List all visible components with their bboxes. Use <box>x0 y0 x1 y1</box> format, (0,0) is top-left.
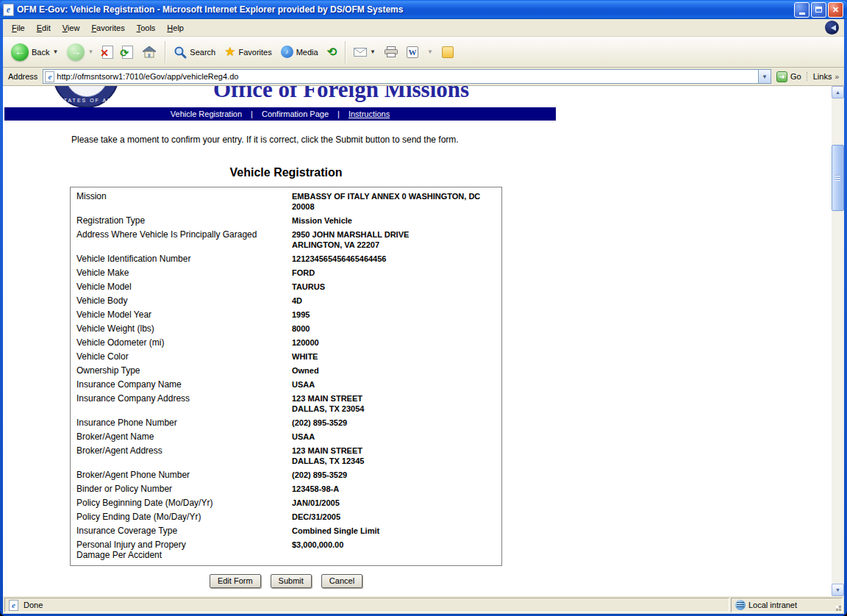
field-label: Insurance Company Name <box>76 379 288 390</box>
history-button[interactable]: ⟲ <box>324 43 340 61</box>
search-button-label: Search <box>190 48 215 57</box>
field-label: Mission <box>76 191 288 212</box>
menu-file[interactable]: File <box>6 21 31 35</box>
table-row: Ownership TypeOwned <box>71 364 501 378</box>
go-button-label: Go <box>790 72 801 81</box>
history-icon: ⟲ <box>327 45 337 59</box>
field-label: Vehicle Identification Number <box>76 254 288 264</box>
page-title: Vehicle Registration <box>70 166 502 179</box>
refresh-button[interactable]: ⟳ <box>118 43 137 61</box>
seal-text: STATES OF AM <box>54 98 118 103</box>
field-value: Mission Vehicle <box>288 215 496 226</box>
search-button[interactable]: Search <box>170 43 219 61</box>
print-button[interactable] <box>381 44 401 60</box>
table-row: Binder or Policy Number123458-98-A <box>71 482 501 496</box>
back-button[interactable]: ← Back ▼ <box>7 41 62 63</box>
menu-bar-items: FileEditViewFavoritesToolsHelp <box>6 21 825 35</box>
field-value: $3,000,000.00 <box>288 540 496 560</box>
field-label: Vehicle Odometer (mi) <box>76 337 288 348</box>
field-label: Vehicle Weight (lbs) <box>76 323 288 334</box>
table-row: Insurance Phone Number(202) 895-3529 <box>71 416 501 430</box>
media-button[interactable]: ♪ Media <box>277 43 322 60</box>
field-value: 121234565456465464456 <box>288 254 496 264</box>
field-label: Broker/Agent Phone Number <box>76 470 288 480</box>
table-row: Vehicle Body4D <box>71 294 501 308</box>
nav-item-vehicle-registration[interactable]: Vehicle Registration <box>171 110 242 118</box>
nav-separator: | <box>337 110 340 118</box>
media-button-label: Media <box>296 48 318 57</box>
home-button[interactable] <box>138 43 160 60</box>
close-button[interactable]: ✕ <box>828 2 843 18</box>
word-icon: W <box>407 46 418 58</box>
links-bar[interactable]: Links » <box>807 72 842 81</box>
field-value: Owned <box>288 365 496 376</box>
restore-button[interactable] <box>811 2 826 18</box>
field-label: Vehicle Model Year <box>76 309 288 320</box>
field-label: Insurance Company Address <box>76 393 288 414</box>
mail-dropdown-icon[interactable]: ▼ <box>370 49 376 55</box>
refresh-icon: ⟳ <box>122 46 133 59</box>
links-label: Links <box>813 72 832 81</box>
button-edit-form[interactable]: Edit Form <box>210 574 261 588</box>
table-row: Policy Beginning Date (Mo/Day/Yr)JAN/01/… <box>71 496 501 510</box>
address-input[interactable]: e http://ofmsntsorw1:7010/eGov/app/vehic… <box>43 69 771 84</box>
field-value: 4D <box>288 296 496 306</box>
table-row: Broker/Agent Address123 MAIN STREET DALL… <box>71 444 501 468</box>
nav-item-instructions[interactable]: Instructions <box>349 110 390 118</box>
button-cancel[interactable]: Cancel <box>321 574 362 588</box>
nav-item-confirmation-page[interactable]: Confirmation Page <box>262 110 329 118</box>
address-dropdown-button[interactable]: ▼ <box>758 70 771 83</box>
field-label: Broker/Agent Address <box>76 445 288 466</box>
discuss-button[interactable] <box>438 44 457 60</box>
toolbar-extra-dropdown[interactable]: ▼ <box>424 46 437 57</box>
favorites-button[interactable]: ★ Favorites <box>221 42 276 62</box>
field-value: (202) 895-3529 <box>288 470 496 480</box>
media-icon: ♪ <box>281 46 293 58</box>
field-value: Combined Single Limit <box>288 526 496 536</box>
toolbar-separator <box>165 41 165 63</box>
table-row: Vehicle MakeFORD <box>71 266 501 280</box>
menu-edit[interactable]: Edit <box>31 21 57 35</box>
zone-label: Local intranet <box>748 601 797 609</box>
vertical-scrollbar[interactable]: ▲ ▼ <box>832 86 844 596</box>
field-label: Insurance Coverage Type <box>76 526 288 536</box>
forward-button[interactable]: → ▼ <box>63 41 97 63</box>
field-label: Policy Beginning Date (Mo/Day/Yr) <box>76 498 288 508</box>
field-label: Vehicle Body <box>76 296 288 306</box>
table-row: Broker/Agent Phone Number(202) 895-3529 <box>71 468 501 482</box>
menu-favorites[interactable]: Favorites <box>85 21 130 35</box>
window-title: OFM E-Gov: Vehicle Registration - Micros… <box>17 4 794 15</box>
page-content: STATES OF AM Office of Foreign Missions … <box>3 86 844 596</box>
button-submit[interactable]: Submit <box>271 574 312 588</box>
field-label: Vehicle Make <box>76 268 288 278</box>
back-dropdown-icon[interactable]: ▼ <box>52 49 58 55</box>
table-row: MissionEMBASSY OF ITALY ANNEX 0 WASHINGT… <box>71 190 501 214</box>
field-value: 1995 <box>288 309 496 320</box>
stop-button[interactable]: ✕ <box>99 43 117 61</box>
table-row: Insurance Company NameUSAA <box>71 378 501 392</box>
status-text: Done <box>24 601 43 609</box>
go-button[interactable]: ➜ Go <box>771 71 807 83</box>
notes-icon <box>442 46 454 58</box>
mail-button[interactable]: ▼ <box>350 46 379 59</box>
menu-tools[interactable]: Tools <box>131 21 162 35</box>
menu-view[interactable]: View <box>57 21 86 35</box>
field-label: Address Where Vehicle Is Principally Gar… <box>76 229 288 250</box>
stop-icon: ✕ <box>102 46 113 59</box>
menu-help[interactable]: Help <box>161 21 190 35</box>
field-value: USAA <box>288 379 496 390</box>
scrollbar-thumb[interactable] <box>832 145 844 211</box>
field-value: DEC/31/2005 <box>288 512 496 522</box>
toolbar-separator <box>345 41 346 63</box>
chevron-right-icon: » <box>835 73 839 81</box>
scroll-up-button[interactable]: ▲ <box>832 86 844 99</box>
field-value: JAN/01/2005 <box>288 498 496 508</box>
field-label: Registration Type <box>76 215 288 226</box>
resize-grip[interactable] <box>839 609 841 611</box>
edit-with-word-button[interactable]: W <box>403 44 422 60</box>
page-nav: Vehicle Registration|Confirmation Page|I… <box>4 107 556 121</box>
minimize-button[interactable] <box>794 2 810 18</box>
table-row: Insurance Coverage TypeCombined Single L… <box>71 524 501 538</box>
status-bar: e Done Local intranet <box>3 596 844 614</box>
scroll-down-button[interactable]: ▼ <box>832 584 844 596</box>
